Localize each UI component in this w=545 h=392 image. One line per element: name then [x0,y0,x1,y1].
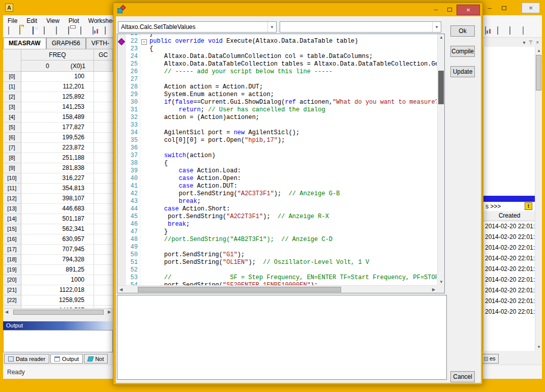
created-row[interactable]: 2014-02-20 22:01:5 [483,221,535,232]
code-line[interactable]: // ----- add your script below this line… [149,68,332,76]
line-number[interactable]: 41 [131,183,138,190]
line-number[interactable]: 40 [131,175,138,183]
row-header[interactable]: [21] [3,285,21,295]
tab-output[interactable]: Output [50,354,83,364]
line-number[interactable]: 48 [131,236,138,244]
code-line[interactable]: } [149,34,153,38]
menu-view[interactable]: View [42,16,64,26]
code-line[interactable]: port.SendString("SF20ENTER.1ENPF10000EN"… [149,282,318,285]
cell-gc[interactable] [94,245,113,255]
row-header[interactable]: [5] [3,123,21,133]
script-type-combo[interactable]: Altaxo.Calc.SetTableValues ▾ [118,21,277,33]
cell-freq[interactable]: 158,489 [21,112,94,123]
cell-freq[interactable]: 316,227 [21,173,94,184]
line-number[interactable]: 23 [131,45,138,53]
cancel-button[interactable]: Cancel [450,371,475,382]
row-header[interactable]: [17] [3,245,21,255]
new-script-icon[interactable] [523,26,524,35]
worksheet-hscrollbar[interactable]: ◀ ▶ [3,308,113,315]
cell-gc[interactable] [94,204,113,214]
code-area[interactable]: }public override void Execute(Altaxo.Dat… [148,34,437,285]
cell-freq[interactable]: 630,957 [21,234,94,245]
fold-collapse-icon[interactable]: – [141,39,147,45]
vscroll-thumb[interactable] [536,55,541,91]
cell-freq[interactable]: 281,838 [21,163,94,173]
cell-gc[interactable] [94,194,113,204]
cell-gc[interactable] [94,184,113,194]
main-restore-button[interactable] [497,4,510,13]
row-header[interactable]: [7] [3,143,21,153]
chevron-down-icon[interactable]: ▾ [267,22,276,32]
code-line[interactable]: return; // User has cancelled the dialog [149,106,325,114]
cell-freq[interactable]: 891,25 [21,265,94,275]
dialog-titlebar[interactable]: – × [113,3,482,16]
save-icon[interactable] [33,26,34,35]
cell-freq[interactable]: 125,892 [21,92,94,102]
code-line[interactable]: port.SendString("A2C2T3F1"); // Anzeige … [149,213,329,221]
row-header[interactable]: [18] [3,255,21,265]
menu-file[interactable]: File [3,16,22,26]
cell-gc[interactable] [94,275,113,285]
line-number[interactable]: 37 [131,152,138,160]
column-chart-icon[interactable] [485,26,486,35]
created-row[interactable]: 2014-02-20 22:01:5 [483,285,535,296]
code-line[interactable]: port.SendString("OL1EN"); // Oszillator-… [149,259,369,266]
code-line[interactable]: break; [149,221,190,228]
scroll-right-icon[interactable]: ▶ [430,286,437,293]
row-header[interactable]: [8] [3,153,21,163]
line-number[interactable]: 44 [131,205,138,213]
cell-gc[interactable] [94,133,113,143]
column-header-gc[interactable]: GC [94,49,113,61]
line-number[interactable]: 54 [131,282,138,285]
worksheet-item-icon[interactable]: t [525,202,532,210]
tab-partial[interactable]: es [481,354,499,364]
cell-gc[interactable] [94,214,113,224]
scroll-up-icon[interactable]: ▲ [438,34,445,41]
cell-gc[interactable] [94,112,113,123]
line-number[interactable]: 45 [131,213,138,221]
row-header[interactable]: [3] [3,102,21,112]
pin-icon[interactable]: ⊤ [528,40,533,45]
cell-freq[interactable]: 100 [21,72,94,82]
created-row[interactable]: 2014-02-20 22:01:5 [483,275,535,285]
line-number[interactable]: 29 [131,91,138,99]
vscroll-thumb[interactable] [438,71,444,104]
table-options-icon[interactable] [105,26,106,35]
cell-freq[interactable]: 199,526 [21,133,94,143]
selected-item-band[interactable] [483,196,535,202]
cell-freq[interactable]: 141,253 [21,102,94,112]
pane-menu-icon[interactable]: ▾ [523,40,525,45]
line-number[interactable]: 21 [131,34,138,38]
cell-freq[interactable]: 501,187 [21,214,94,224]
scroll-right-icon[interactable]: ▶ [106,309,113,315]
tab-graph56[interactable]: GRAPH56 [46,38,86,49]
member-combo[interactable]: ▾ [280,21,441,33]
code-line[interactable]: case Action.Short: [149,205,230,213]
cell-gc[interactable] [94,295,113,306]
created-column-header[interactable]: Created [483,211,535,221]
scroll-left-icon[interactable]: ◀ [117,286,125,293]
created-row[interactable]: 2014-02-20 22:01:5 [483,307,535,317]
line-number[interactable]: 53 [131,274,138,282]
code-line[interactable]: port.SendString("A2C3T3F1"); // Anzeige … [149,190,340,198]
code-line[interactable]: System.Enum actionen = action; [149,91,274,99]
code-line[interactable]: port.SendString("G1"); [149,251,245,259]
open-folder-icon[interactable] [19,26,20,35]
line-number[interactable]: 24 [131,53,138,61]
cell-gc[interactable] [94,102,113,112]
new-table-icon[interactable] [56,26,57,35]
line-number[interactable]: 28 [131,83,138,91]
row-header[interactable]: [6] [3,133,21,143]
editor-hscrollbar[interactable]: ◀ ▶ [117,285,437,293]
line-number[interactable]: 22 [131,38,138,45]
column-header-freq[interactable]: FREQ [21,49,94,61]
row-header[interactable]: [10] [3,173,21,184]
main-minimize-button[interactable]: – [483,4,496,13]
created-row[interactable]: 2014-02-20 22:01:5 [483,232,535,243]
line-number[interactable]: 46 [131,221,138,228]
new-graph-icon[interactable] [93,26,94,35]
line-number[interactable]: 52 [131,266,138,274]
tab-data-reader[interactable]: Data reader [4,354,49,364]
line-number[interactable]: 51 [131,259,138,266]
line-number[interactable]: 43 [131,198,138,205]
